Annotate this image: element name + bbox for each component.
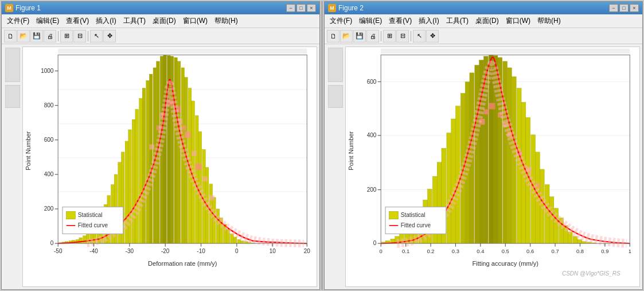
menu-window[interactable]: 窗口(W) <box>180 15 210 26</box>
svg-text:1000: 1000 <box>41 68 54 74</box>
toolbar-open[interactable]: 📂 <box>17 30 30 42</box>
svg-rect-28 <box>135 109 139 243</box>
svg-rect-163 <box>489 103 495 109</box>
svg-text:10: 10 <box>270 248 276 254</box>
figure1-svg: 0 200 400 600 800 1000 Point Number <box>23 47 317 286</box>
svg-text:CSDN @Vigo*GIS_RS: CSDN @Vigo*GIS_RS <box>562 270 620 277</box>
toolbar-sep1 <box>58 31 58 41</box>
maximize2-button[interactable]: □ <box>619 4 629 12</box>
svg-rect-110 <box>58 49 307 54</box>
menu-insert[interactable]: 插入(I) <box>93 15 119 26</box>
toolbar-save[interactable]: 💾 <box>30 30 43 42</box>
svg-rect-106 <box>67 211 76 219</box>
toolbar-pan[interactable]: ✥ <box>103 30 116 42</box>
toolbar2-pan[interactable]: ✥ <box>426 30 439 42</box>
side2-icon-group1 <box>328 48 343 82</box>
title2-controls[interactable]: − □ × <box>609 4 639 12</box>
title-left: M Figure 1 <box>5 4 41 12</box>
toolbar2-sep1 <box>381 31 381 41</box>
figure2-titlebar: M Figure 2 − □ × <box>325 2 642 14</box>
svg-rect-30 <box>142 88 146 243</box>
figure2-menubar: 文件(F) 编辑(E) 查看(V) 插入(I) 工具(T) 桌面(D) 窗口(W… <box>325 14 642 28</box>
svg-rect-67 <box>196 164 202 170</box>
menu-edit[interactable]: 编辑(E) <box>33 15 62 26</box>
svg-text:Point Number: Point Number <box>25 131 32 170</box>
title-controls[interactable]: − □ × <box>286 4 316 12</box>
menu-tools[interactable]: 工具(T) <box>120 15 149 26</box>
toolbar2-new[interactable]: 🗋 <box>327 30 339 42</box>
close2-button[interactable]: × <box>630 4 639 12</box>
toolbar-cursor[interactable]: ↖ <box>90 30 103 42</box>
toolbar-new[interactable]: 🗋 <box>4 30 17 42</box>
svg-text:0.1: 0.1 <box>402 248 409 254</box>
close-button[interactable]: × <box>307 4 316 12</box>
toolbar2-open[interactable]: 📂 <box>340 30 353 42</box>
figure2-title: Figure 2 <box>338 4 364 12</box>
menu2-edit[interactable]: 编辑(E) <box>356 15 385 26</box>
toolbar2-zoom-out[interactable]: ⊟ <box>396 30 409 42</box>
svg-text:800: 800 <box>44 102 54 108</box>
svg-rect-204 <box>385 207 446 234</box>
menu2-tools[interactable]: 工具(T) <box>443 15 471 26</box>
svg-rect-56 <box>233 237 237 243</box>
figure2-chart: 0 200 400 600 Point Number 0 0.1 <box>345 46 640 287</box>
menu-view[interactable]: 查看(V) <box>63 15 92 26</box>
figure2-svg: 0 200 400 600 Point Number 0 0.1 <box>346 47 639 286</box>
svg-text:Deformation rate (mm/y): Deformation rate (mm/y) <box>148 260 217 267</box>
svg-text:-10: -10 <box>197 248 205 254</box>
svg-rect-32 <box>149 74 153 243</box>
toolbar-zoom-in[interactable]: ⊞ <box>60 30 73 42</box>
menu-desktop[interactable]: 桌面(D) <box>150 15 179 26</box>
svg-text:600: 600 <box>367 79 377 85</box>
svg-rect-135 <box>470 73 474 243</box>
svg-text:-40: -40 <box>89 248 98 254</box>
toolbar-zoom-out[interactable]: ⊟ <box>73 30 86 42</box>
svg-rect-132 <box>455 106 460 243</box>
figure1-plotarea: 0 200 400 600 800 1000 Point Number <box>2 44 319 289</box>
svg-text:0: 0 <box>50 240 54 246</box>
svg-text:Fitted curve: Fitted curve <box>401 222 431 228</box>
side2-icon-group2 <box>328 85 343 108</box>
svg-rect-158 <box>577 239 582 243</box>
svg-text:0.9: 0.9 <box>601 248 608 254</box>
svg-rect-27 <box>132 119 135 243</box>
menu2-insert[interactable]: 插入(I) <box>416 15 442 26</box>
toolbar2-cursor[interactable]: ↖ <box>413 30 426 42</box>
menu-file[interactable]: 文件(F) <box>4 15 32 26</box>
toolbar2-save[interactable]: 💾 <box>353 30 366 42</box>
figure2-toolbar: 🗋 📂 💾 🖨 ⊞ ⊟ ↖ ✥ <box>325 28 642 44</box>
svg-text:200: 200 <box>44 205 54 212</box>
svg-text:400: 400 <box>367 132 377 138</box>
figure1-menubar: 文件(F) 编辑(E) 查看(V) 插入(I) 工具(T) 桌面(D) 窗口(W… <box>2 14 319 28</box>
svg-rect-68 <box>202 176 208 181</box>
svg-rect-12 <box>79 238 83 243</box>
svg-text:0: 0 <box>380 248 383 254</box>
svg-text:400: 400 <box>44 171 54 177</box>
toolbar2-zoom-in[interactable]: ⊞ <box>383 30 396 42</box>
toolbar2-print[interactable]: 🖨 <box>366 30 379 42</box>
svg-rect-26 <box>128 130 132 243</box>
menu-help[interactable]: 帮助(H) <box>212 15 241 26</box>
svg-rect-58 <box>241 241 244 243</box>
minimize-button[interactable]: − <box>286 4 295 12</box>
svg-rect-136 <box>475 65 479 244</box>
maximize-button[interactable]: □ <box>296 4 306 12</box>
menu2-help[interactable]: 帮助(H) <box>534 15 564 26</box>
svg-text:0.6: 0.6 <box>526 248 534 254</box>
menu2-file[interactable]: 文件(F) <box>327 15 355 26</box>
minimize2-button[interactable]: − <box>609 4 618 12</box>
side-icon-group1 <box>5 48 20 82</box>
svg-rect-205 <box>389 211 399 219</box>
svg-rect-130 <box>447 133 451 244</box>
toolbar-print[interactable]: 🖨 <box>44 30 56 42</box>
svg-rect-36 <box>163 55 167 243</box>
svg-text:Statistical: Statistical <box>401 212 426 218</box>
menu2-window[interactable]: 窗口(W) <box>503 15 533 26</box>
menu2-desktop[interactable]: 桌面(D) <box>473 15 502 26</box>
svg-text:-30: -30 <box>126 248 134 254</box>
svg-text:Statistical: Statistical <box>78 212 103 218</box>
svg-rect-143 <box>508 68 512 243</box>
svg-rect-13 <box>83 236 87 243</box>
svg-text:0.7: 0.7 <box>552 248 559 254</box>
menu2-view[interactable]: 查看(V) <box>386 15 415 26</box>
